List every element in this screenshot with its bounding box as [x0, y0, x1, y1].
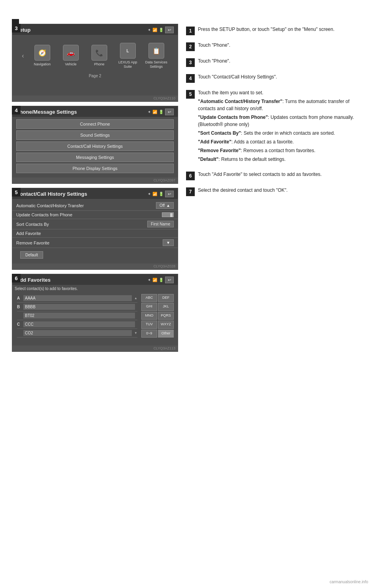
alpha-def[interactable]: DEF	[158, 294, 174, 302]
page-indicator: Page 2	[16, 72, 174, 80]
card-4-title: Phone/Message Settings	[16, 109, 77, 115]
nav-vehicle[interactable]: 🚗 Vehicle	[59, 45, 83, 67]
alpha-wxyz[interactable]: WXYZ	[158, 321, 174, 328]
contact-letter-c: C	[17, 322, 21, 326]
card-3-number: 3	[12, 24, 21, 32]
contact-row-bbbb[interactable]: B BBBB	[17, 303, 137, 311]
default-button[interactable]: Default	[20, 251, 43, 259]
contact-name-co2: CO2	[23, 330, 132, 336]
card-3-code: CLYQ3AZ110	[12, 95, 178, 101]
card-5-header: Contact/Call History Settings ✦ 📶 🔋 ↩	[12, 188, 178, 199]
contact-row-ccc[interactable]: C CCC	[17, 320, 137, 329]
nav-lexus[interactable]: L LEXUS App Suite	[116, 43, 140, 69]
favorites-content: A AAAA ▲ B BBBB BT02	[15, 292, 175, 339]
section-2-text: Touch "Phone".	[198, 42, 368, 50]
signal-icon-5: 📶	[152, 192, 157, 196]
right-column: 1 Press the SETUP button, or touch "Setu…	[186, 24, 368, 352]
card-4-number: 4	[12, 106, 21, 115]
sort-contacts-row[interactable]: Sort Contacts By First Name	[12, 219, 178, 229]
contact-letter-b: B	[17, 305, 21, 309]
card-4-menu: Connect Phone Sound Settings Contact/Cal…	[12, 117, 178, 176]
messaging-settings-btn[interactable]: Messaging Settings	[16, 153, 174, 162]
alpha-jkl[interactable]: JKL	[158, 303, 174, 311]
card-6: 6 Add Favorites ✦ 📶 🔋 ↩ Select contact(s…	[12, 274, 178, 352]
card-6-body: Select contact(s) to add to favorites. A…	[12, 285, 178, 341]
back-button-6[interactable]: ↩	[165, 277, 174, 283]
back-button-4[interactable]: ↩	[165, 109, 174, 115]
alpha-09[interactable]: 0~9	[141, 330, 157, 338]
battery-icon-5: 🔋	[159, 192, 163, 196]
alpha-mno[interactable]: MNO	[141, 312, 157, 320]
battery-icon: 🔋	[159, 28, 163, 32]
nav-data-services[interactable]: 📋 Data Services Settings	[144, 43, 168, 69]
update-contacts-label: Update Contacts from Phone	[16, 212, 72, 217]
alpha-grid: ABC DEF GHI JKL MNO PQRS TUV WXYZ 0~9 Ot…	[140, 292, 175, 339]
update-contacts-row[interactable]: Update Contacts from Phone	[12, 211, 178, 219]
data-services-icon: 📋	[148, 43, 164, 59]
alpha-other[interactable]: Other	[158, 330, 174, 338]
connect-phone-btn[interactable]: Connect Phone	[16, 119, 174, 129]
nav-phone[interactable]: 📞 Phone	[87, 45, 111, 67]
card-6-code: CLYQ3AZ113	[12, 346, 178, 351]
contact-history-btn[interactable]: Contact/Call History Settings	[16, 141, 174, 151]
auto-transfer-value: Off ▲	[156, 202, 174, 209]
update-toggle[interactable]	[162, 212, 174, 217]
phone-icon: 📞	[91, 45, 107, 61]
section-2: 2 Touch "Phone".	[186, 42, 368, 51]
page-container: 3 Setup ✦ 📶 🔋 ↩ ‹ 🧭	[0, 0, 380, 368]
contacts-list: A AAAA ▲ B BBBB BT02	[15, 292, 140, 339]
sound-settings-btn[interactable]: Sound Settings	[16, 130, 174, 140]
signal-icon: 📶	[152, 28, 157, 32]
card-6-header: Add Favorites ✦ 📶 🔋 ↩	[12, 274, 178, 285]
card-5-number: 5	[12, 188, 21, 197]
card-3-header: Setup ✦ 📶 🔋 ↩	[12, 24, 178, 35]
alpha-pqrs[interactable]: PQRS	[158, 312, 174, 320]
add-favorites-subtitle: Select contact(s) to add to favorites.	[15, 286, 175, 291]
sort-contacts-label: Sort Contacts By	[16, 222, 49, 227]
section-5-text: Touch the item you want to set. "Automat…	[198, 89, 368, 164]
card-6-number: 6	[12, 274, 21, 283]
card-3-body: ‹ 🧭 Navigation 🚗 Vehicle 📞 Phone	[12, 35, 178, 84]
add-favorite-label: Add Favorite	[16, 231, 41, 236]
section-4-text: Touch "Contact/Call History Settings".	[198, 73, 368, 82]
alpha-abc[interactable]: ABC	[141, 294, 157, 302]
phone-display-btn[interactable]: Phone Display Settings	[16, 164, 174, 173]
navigation-icon: 🧭	[34, 45, 50, 61]
section-3: 3 Touch "Phone".	[186, 57, 368, 67]
back-button-5[interactable]: ↩	[165, 191, 174, 197]
contact-name-ccc: CCC	[23, 321, 135, 327]
remove-favorite-row[interactable]: Remove Favorite ▼	[12, 238, 178, 248]
card-5-screen: Contact/Call History Settings ✦ 📶 🔋 ↩ Au…	[12, 188, 178, 263]
section-1-number: 1	[186, 27, 195, 35]
contact-row-co2[interactable]: CO2 ▼	[17, 329, 137, 338]
card-6-screen: Add Favorites ✦ 📶 🔋 ↩ Select contact(s) …	[12, 274, 178, 346]
back-button[interactable]: ↩	[165, 27, 174, 33]
contact-row-bt02[interactable]: BT02	[17, 311, 137, 320]
card-3-icons: ✦ 📶 🔋 ↩	[148, 27, 174, 33]
card-6-title: Add Favorites	[16, 277, 51, 283]
remove-favorite-label: Remove Favorite	[16, 241, 49, 245]
bluetooth-icon-4: ✦	[148, 110, 151, 114]
card-4: 4 Phone/Message Settings ✦ 📶 🔋 ↩ Connect…	[12, 106, 178, 184]
contact-arrow-aaaa: ▲	[134, 296, 137, 300]
card-5-code: CLYQ3AZ028	[12, 263, 178, 269]
section-1: 1 Press the SETUP button, or touch "Setu…	[186, 26, 368, 35]
alpha-tuv[interactable]: TUV	[141, 321, 157, 328]
card-3-screen: Setup ✦ 📶 🔋 ↩ ‹ 🧭 Navigation	[12, 24, 178, 95]
add-favorite-row[interactable]: Add Favorite	[12, 229, 178, 238]
sort-val-text: First Name	[151, 222, 170, 226]
chevron-left-icon[interactable]: ‹	[22, 52, 24, 59]
section-3-number: 3	[186, 58, 195, 67]
vehicle-label: Vehicle	[65, 62, 76, 67]
contact-name-bt02: BT02	[23, 313, 135, 319]
nav-navigation[interactable]: 🧭 Navigation	[30, 45, 54, 67]
signal-icon-4: 📶	[152, 110, 157, 114]
section-1-text: Press the SETUP button, or touch "Setup"…	[198, 26, 368, 34]
setup-icons-row: ‹ 🧭 Navigation 🚗 Vehicle 📞 Phone	[16, 38, 174, 72]
remove-favorite-arrow: ▼	[163, 239, 174, 246]
card-4-code: CLYQ3AZ097	[12, 178, 178, 183]
section-7-text: Select the desired contact and touch "OK…	[198, 187, 368, 195]
contact-row-aaaa[interactable]: A AAAA ▲	[17, 294, 137, 303]
alpha-ghi[interactable]: GHI	[141, 303, 157, 311]
auto-transfer-row[interactable]: Automatic Contact/History Transfer Off ▲	[12, 200, 178, 211]
